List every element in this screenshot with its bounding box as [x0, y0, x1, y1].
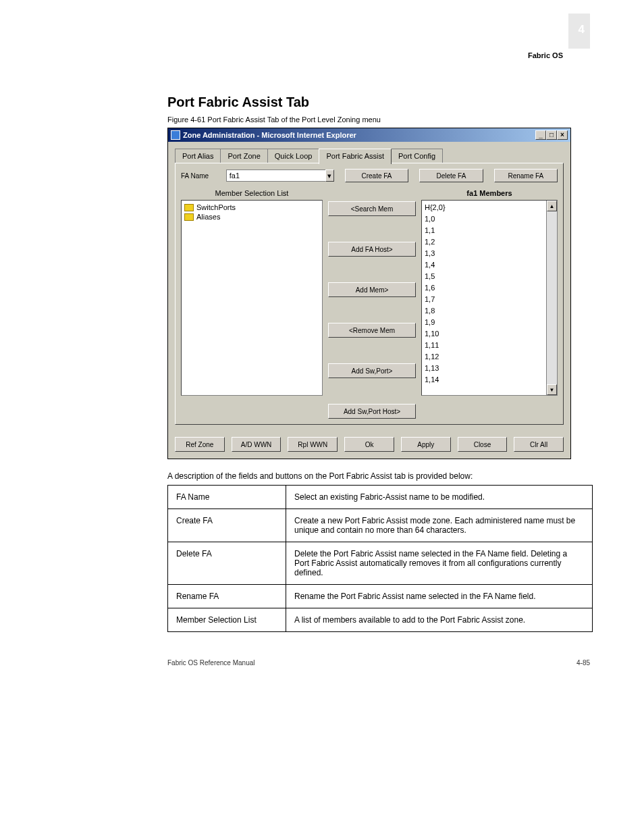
- close-button[interactable]: Close: [458, 437, 508, 452]
- ok-button[interactable]: Ok: [344, 437, 394, 452]
- fa-name-dropdown[interactable]: ▾: [325, 170, 334, 182]
- rename-fa-button[interactable]: Rename FA: [494, 169, 558, 182]
- list-item[interactable]: 1,0: [425, 213, 543, 225]
- add-swport-host-button[interactable]: Add Sw,Port Host>: [328, 404, 416, 419]
- list-item[interactable]: 1,12: [425, 351, 543, 363]
- members-list[interactable]: H{2,0} 1,0 1,1 1,2 1,3 1,4 1,5 1,6 1,7: [421, 200, 558, 396]
- member-selection-label: Member Selection List: [181, 189, 323, 197]
- doc-title: Fabric OS: [528, 51, 563, 59]
- tab-port-config[interactable]: Port Config: [391, 149, 443, 163]
- maximize-button[interactable]: □: [546, 130, 557, 140]
- tree-item-aliases[interactable]: Aliases: [184, 213, 319, 221]
- folder-icon: [184, 204, 194, 211]
- ie-icon: [171, 130, 180, 140]
- member-selection-list[interactable]: SwitchPorts Aliases: [181, 200, 323, 396]
- tab-quick-loop[interactable]: Quick Loop: [267, 149, 320, 163]
- tree-item-label: SwitchPorts: [196, 203, 236, 211]
- titlebar: Zone Administration - Microsoft Internet…: [168, 128, 570, 142]
- list-item[interactable]: 1,14: [425, 374, 543, 386]
- scroll-track[interactable]: [547, 211, 557, 384]
- list-item[interactable]: 1,3: [425, 248, 543, 259]
- add-swport-button[interactable]: Add Sw,Port>: [328, 363, 416, 378]
- create-fa-button[interactable]: Create FA: [345, 169, 408, 182]
- tree-item-switchports[interactable]: SwitchPorts: [184, 203, 319, 211]
- tab-bar: Port Alias Port Zone Quick Loop Port Fab…: [175, 149, 564, 163]
- figure-caption: Figure 4-61 Port Fabric Assist Tab of th…: [167, 115, 590, 124]
- tab-port-zone[interactable]: Port Zone: [220, 149, 267, 163]
- list-item[interactable]: 1,7: [425, 294, 543, 305]
- table-row: FA Name Select an existing Fabric-Assist…: [168, 486, 593, 509]
- table-cell-desc: A list of members available to add to th…: [286, 608, 593, 632]
- list-item[interactable]: 1,5: [425, 271, 543, 282]
- close-icon: ×: [560, 132, 564, 138]
- ref-zone-button[interactable]: Ref Zone: [175, 437, 225, 452]
- clr-all-button[interactable]: Clr All: [514, 437, 564, 452]
- remove-mem-button[interactable]: <Remove Mem: [328, 323, 416, 338]
- list-item[interactable]: 1,11: [425, 340, 543, 351]
- table-row: Rename FA Rename the Port Fabric Assist …: [168, 585, 593, 608]
- page-title: Port Fabric Assist Tab: [167, 95, 590, 110]
- table-row: Member Selection List A list of members …: [168, 608, 593, 632]
- tree-item-label: Aliases: [196, 213, 220, 221]
- delete-fa-button[interactable]: Delete FA: [419, 169, 483, 182]
- fa-name-combo[interactable]: ▾: [226, 170, 334, 182]
- list-item[interactable]: 1,9: [425, 317, 543, 328]
- table-cell-field: Rename FA: [168, 585, 286, 608]
- folder-icon: [184, 213, 194, 221]
- fa-name-label: FA Name: [181, 172, 222, 180]
- action-button-column: <Search Mem Add FA Host> Add Mem> <Remov…: [328, 189, 416, 419]
- list-item[interactable]: 1,1: [425, 225, 543, 236]
- table-cell-field: Member Selection List: [168, 608, 286, 632]
- list-item[interactable]: 1,8: [425, 305, 543, 317]
- footer-page-number: 4-85: [576, 659, 590, 667]
- tab-panel: FA Name ▾ Create FA Delete FA Rename FA …: [175, 163, 564, 425]
- list-item[interactable]: 1,4: [425, 259, 543, 271]
- rpl-wwn-button[interactable]: Rpl WWN: [288, 437, 338, 452]
- table-cell-field: Create FA: [168, 509, 286, 542]
- table-cell-desc: Select an existing Fabric-Assist name to…: [286, 486, 593, 509]
- window-title: Zone Administration - Microsoft Internet…: [183, 131, 535, 139]
- table-cell-field: FA Name: [168, 486, 286, 509]
- chapter-number: 4: [579, 23, 585, 36]
- table-cell-desc: Rename the Port Fabric Assist name selec…: [286, 585, 593, 608]
- table-row: Create FA Create a new Port Fabric Assis…: [168, 509, 593, 542]
- description-intro: A description of the fields and buttons …: [167, 471, 590, 481]
- scrollbar[interactable]: ▲ ▼: [546, 201, 557, 395]
- close-window-button[interactable]: ×: [557, 130, 568, 140]
- scroll-up-button[interactable]: ▲: [547, 201, 557, 211]
- scroll-down-button[interactable]: ▼: [547, 384, 557, 395]
- list-item[interactable]: 1,13: [425, 363, 543, 374]
- add-fa-host-button[interactable]: Add FA Host>: [328, 242, 416, 257]
- chevron-down-icon: ▾: [327, 172, 331, 180]
- zone-admin-window: Zone Administration - Microsoft Internet…: [167, 128, 571, 459]
- ad-wwn-button[interactable]: A/D WWN: [232, 437, 281, 452]
- list-item[interactable]: 1,10: [425, 328, 543, 340]
- search-mem-button[interactable]: <Search Mem: [328, 201, 416, 216]
- tab-port-alias[interactable]: Port Alias: [175, 149, 221, 163]
- apply-button[interactable]: Apply: [401, 437, 451, 452]
- bottom-button-row: Ref Zone A/D WWN Rpl WWN Ok Apply Close …: [168, 429, 570, 459]
- table-cell-field: Delete FA: [168, 542, 286, 585]
- members-label: fa1 Members: [421, 189, 558, 197]
- fa-name-input[interactable]: [226, 170, 325, 182]
- minimize-icon: _: [539, 132, 543, 138]
- table-row: Delete FA Delete the Port Fabric Assist …: [168, 542, 593, 585]
- page-footer: Fabric OS Reference Manual 4-85: [167, 659, 590, 667]
- minimize-button[interactable]: _: [535, 130, 546, 140]
- add-mem-button[interactable]: Add Mem>: [328, 282, 416, 297]
- tab-port-fabric-assist[interactable]: Port Fabric Assist: [319, 149, 392, 164]
- table-cell-desc: Delete the Port Fabric Assist name selec…: [286, 542, 593, 585]
- list-item[interactable]: 1,2: [425, 236, 543, 248]
- list-item[interactable]: 1,6: [425, 282, 543, 294]
- table-cell-desc: Create a new Port Fabric Assist mode zon…: [286, 509, 593, 542]
- list-item[interactable]: H{2,0}: [425, 202, 543, 213]
- field-description-table: FA Name Select an existing Fabric-Assist…: [167, 485, 593, 632]
- maximize-icon: □: [549, 132, 554, 138]
- footer-doc-name: Fabric OS Reference Manual: [167, 659, 255, 667]
